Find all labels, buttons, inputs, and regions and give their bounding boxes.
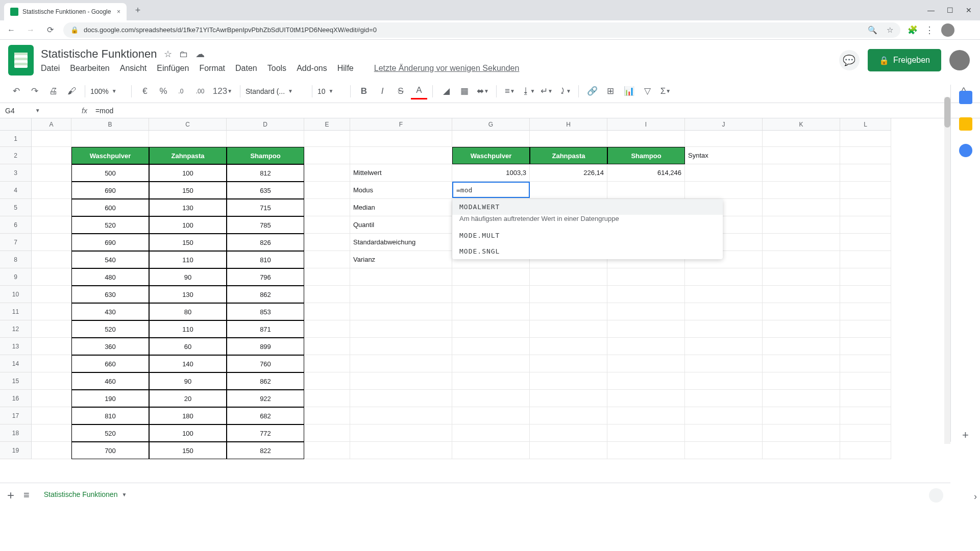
cell-I12[interactable] xyxy=(607,320,685,338)
cell-G19[interactable] xyxy=(452,442,530,459)
move-icon[interactable]: 🗀 xyxy=(179,49,188,60)
increase-decimal-icon[interactable]: .00 xyxy=(192,83,208,99)
cell-I19[interactable] xyxy=(607,442,685,459)
cell-H15[interactable] xyxy=(530,372,607,390)
formula-autocomplete[interactable]: MODALWERTAm häufigsten auftretender Wert… xyxy=(452,199,723,259)
cell-E9[interactable] xyxy=(304,268,350,286)
data-D4[interactable]: 635 xyxy=(227,182,304,199)
data-B6[interactable]: 520 xyxy=(71,216,149,234)
cell-E11[interactable] xyxy=(304,303,350,320)
all-sheets-icon[interactable]: ≡ xyxy=(23,489,30,501)
row-header-4[interactable]: 4 xyxy=(0,182,32,199)
col-header-E[interactable]: E xyxy=(304,118,350,131)
explore-icon[interactable] xyxy=(929,488,943,503)
cell-E3[interactable] xyxy=(304,164,350,182)
data-B3[interactable]: 500 xyxy=(71,164,149,182)
syntax-label[interactable]: Syntax xyxy=(685,147,763,164)
data-B4[interactable]: 690 xyxy=(71,182,149,199)
cell-K19[interactable] xyxy=(763,442,840,459)
cell-A17[interactable] xyxy=(32,407,71,424)
result-H3[interactable]: 226,14 xyxy=(530,164,607,182)
cell-F14[interactable] xyxy=(350,355,452,372)
col-header-F[interactable]: F xyxy=(350,118,452,131)
cell-K17[interactable] xyxy=(763,407,840,424)
row-header-10[interactable]: 10 xyxy=(0,286,32,303)
add-sheet-icon[interactable]: + xyxy=(7,488,14,503)
comments-icon[interactable]: 💬 xyxy=(839,50,860,70)
menu-bearbeiten[interactable]: Bearbeiten xyxy=(70,64,109,73)
cell-L17[interactable] xyxy=(840,407,891,424)
data-C14[interactable]: 140 xyxy=(149,355,227,372)
cell-A10[interactable] xyxy=(32,286,71,303)
cell-E12[interactable] xyxy=(304,320,350,338)
suggest-item-0[interactable]: MODALWERT xyxy=(452,199,723,215)
menu-ansicht[interactable]: Ansicht xyxy=(120,64,146,73)
label-F8[interactable]: Varianz xyxy=(350,251,452,268)
cell-L8[interactable] xyxy=(840,251,891,268)
cell-K1[interactable] xyxy=(763,131,840,147)
data-B7[interactable]: 690 xyxy=(71,234,149,251)
cell-E14[interactable] xyxy=(304,355,350,372)
cell-K14[interactable] xyxy=(763,355,840,372)
data-D14[interactable]: 760 xyxy=(227,355,304,372)
cell-G16[interactable] xyxy=(452,390,530,407)
cell-K10[interactable] xyxy=(763,286,840,303)
zoom-icon[interactable]: 🔍 xyxy=(868,26,877,35)
data-C11[interactable]: 80 xyxy=(149,303,227,320)
cell-K16[interactable] xyxy=(763,390,840,407)
link-icon[interactable]: 🔗 xyxy=(584,83,600,99)
cell-H4[interactable] xyxy=(530,182,607,199)
cell-L4[interactable] xyxy=(840,182,891,199)
row-header-3[interactable]: 3 xyxy=(0,164,32,182)
cell-L11[interactable] xyxy=(840,303,891,320)
cell-A13[interactable] xyxy=(32,338,71,355)
cell-F16[interactable] xyxy=(350,390,452,407)
cell-F13[interactable] xyxy=(350,338,452,355)
data-B13[interactable]: 360 xyxy=(71,338,149,355)
menu-hilfe[interactable]: Hilfe xyxy=(337,64,354,73)
suggest-item-2[interactable]: MODE.SNGL xyxy=(452,243,723,259)
keep-icon[interactable] xyxy=(959,117,972,131)
cell-E13[interactable] xyxy=(304,338,350,355)
cell-F2[interactable] xyxy=(350,147,452,164)
cell-L9[interactable] xyxy=(840,268,891,286)
row-header-2[interactable]: 2 xyxy=(0,147,32,164)
row-header-18[interactable]: 18 xyxy=(0,424,32,442)
col-header-G[interactable]: G xyxy=(452,118,530,131)
cell-K2[interactable] xyxy=(763,147,840,164)
cell-F1[interactable] xyxy=(350,131,452,147)
col-header-H[interactable]: H xyxy=(530,118,607,131)
data-B9[interactable]: 480 xyxy=(71,268,149,286)
url-field[interactable]: 🔒 docs.google.com/spreadsheets/d/1fke71Y… xyxy=(63,22,900,38)
data-D16[interactable]: 922 xyxy=(227,390,304,407)
font-size-select[interactable]: 10▼ xyxy=(317,87,345,95)
side-panel-toggle-icon[interactable]: › xyxy=(974,491,977,502)
cell-A9[interactable] xyxy=(32,268,71,286)
cell-D1[interactable] xyxy=(227,131,304,147)
star-doc-icon[interactable]: ☆ xyxy=(164,48,172,60)
data-B5[interactable]: 600 xyxy=(71,199,149,216)
cell-A2[interactable] xyxy=(32,147,71,164)
data-B16[interactable]: 190 xyxy=(71,390,149,407)
cell-G14[interactable] xyxy=(452,355,530,372)
account-avatar[interactable] xyxy=(949,50,970,70)
cell-H1[interactable] xyxy=(530,131,607,147)
row-header-16[interactable]: 16 xyxy=(0,390,32,407)
label-F5[interactable]: Median xyxy=(350,199,452,216)
cell-A8[interactable] xyxy=(32,251,71,268)
undo-icon[interactable]: ↶ xyxy=(8,83,24,99)
cell-A15[interactable] xyxy=(32,372,71,390)
row-header-9[interactable]: 9 xyxy=(0,268,32,286)
data-B19[interactable]: 700 xyxy=(71,442,149,459)
cell-G11[interactable] xyxy=(452,303,530,320)
cell-L13[interactable] xyxy=(840,338,891,355)
cell-L1[interactable] xyxy=(840,131,891,147)
forward-icon[interactable]: → xyxy=(24,26,37,35)
rotate-icon[interactable]: ⤸▼ xyxy=(557,83,573,99)
cloud-status-icon[interactable]: ☁ xyxy=(195,48,205,60)
col-header-I[interactable]: I xyxy=(607,118,685,131)
data-D3[interactable]: 812 xyxy=(227,164,304,182)
cell-E8[interactable] xyxy=(304,251,350,268)
cell-I4[interactable] xyxy=(607,182,685,199)
last-modified[interactable]: Letzte Änderung vor wenigen Sekunden xyxy=(374,64,520,73)
